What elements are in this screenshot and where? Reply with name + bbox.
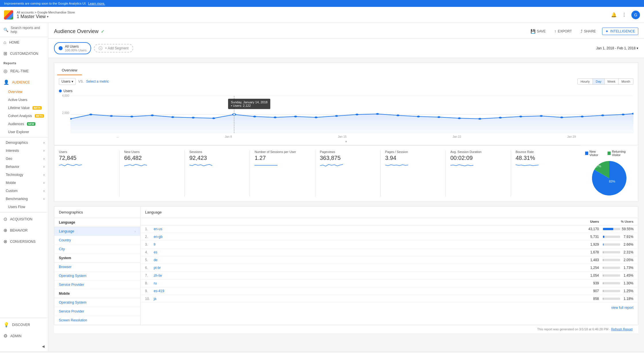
sidebar-collapse-mobile[interactable]: Mobile › [0,179,48,187]
pct-bar-9 [603,290,603,292]
sidebar-toggle-button[interactable]: ◀ [0,342,48,351]
save-button[interactable]: 💾 SAVE [528,28,548,35]
metrics-row: Users 72,845 New Users 66,482 Sessions 9… [54,145,581,201]
date-range-picker[interactable]: Jan 1, 2018 - Feb 1, 2018 ▾ [596,46,638,50]
sidebar-sub-lifetime-value[interactable]: Lifetime Value BETA [0,104,48,112]
svg-point-11 [253,116,256,117]
sidebar-sub-cohort[interactable]: Cohort Analysis BETA [0,112,48,120]
sidebar-collapse-technology[interactable]: Technology › [0,171,48,179]
demo-item-mobile-service[interactable]: Service Provider [54,307,140,316]
notification-icon[interactable]: 🔔 [611,12,617,18]
svg-point-18 [396,115,400,116]
time-btn-hourly[interactable]: Hourly [578,79,593,84]
sidebar-divider-1 [0,137,48,137]
sidebar-item-behavior[interactable]: ⊕ BEHAVIOR [0,225,48,236]
metric-select[interactable]: Users ▾ [59,78,76,85]
metric-sessions-per-user: Number of Sessions per User 1.27 [250,150,315,197]
svg-point-3 [89,114,92,115]
pct-bar-6 [603,267,603,269]
content-header: Audience Overview ✓ 💾 SAVE ↑ EXPORT ⤴ SH… [48,23,644,39]
app-header: All accounts > Google Merchandise Store … [0,7,644,23]
svg-point-5 [130,116,133,117]
acquisition-icon: ⊙ [3,216,7,222]
user-avatar[interactable]: G [631,11,640,19]
view-selector[interactable]: 1 Master View ▾ [17,14,611,19]
svg-point-29 [622,114,625,115]
sidebar-collapse-geo[interactable]: Geo › [0,155,48,163]
search-icon: 🔍 [3,28,8,32]
view-full-report-link[interactable]: view full report [140,303,638,313]
sidebar-collapse-interests[interactable]: Interests › [0,147,48,155]
sidebar-item-discover[interactable]: 💡 DISCOVER [0,319,48,330]
x-label-jan22: Jan 22 [452,135,461,138]
svg-point-25 [540,115,543,117]
sidebar-item-home[interactable]: ⌂ HOME [0,37,48,48]
sidebar-item-admin[interactable]: ⚙ ADMIN [0,330,48,342]
sidebar-item-audience[interactable]: 👤 AUDIENCE [0,77,48,88]
share-button[interactable]: ⤴ SHARE [578,28,598,35]
sidebar-sub-overview[interactable]: Overview [0,88,48,96]
table-row: 8. ru 939 1.30% [140,280,638,287]
announcement-link[interactable]: Learn more. [88,2,105,5]
add-segment-button[interactable]: + + Add Segment [94,44,133,53]
x-label-1: ... [117,135,119,138]
demo-item-language[interactable]: Language › [54,227,140,236]
header-icons: 🔔 ⋮ G [611,11,640,19]
sidebar-collapse-benchmarking[interactable]: Benchmarking › [0,195,48,203]
conversions-icon: ⊗ [3,239,7,244]
metric-pageviews: Pageviews 363,875 [315,150,381,197]
svg-point-17 [376,113,379,115]
export-button[interactable]: ↑ EXPORT [552,28,574,35]
demo-item-os[interactable]: Operating System [54,271,140,280]
sidebar-item-customization[interactable]: ⊞ CUSTOMIZATION [0,48,48,59]
select-metric-link[interactable]: Select a metric [86,79,109,84]
sidebar-collapse-behavior[interactable]: Behavior › [0,163,48,171]
sidebar-item-conversions[interactable]: ⊗ CONVERSIONS [0,236,48,247]
table-row: 9. es-419 907 1.25% [140,287,638,295]
demographics-title: Demographics [54,207,140,218]
sidebar-sub-user-explorer[interactable]: User Explorer [0,128,48,136]
refresh-report-link[interactable]: Refresh Report [611,327,633,331]
search-button[interactable]: 🔍 Search reports and help [0,23,48,37]
time-btn-month[interactable]: Month [618,79,633,84]
x-label-jan15: Jan 15 [338,135,346,138]
sidebar-collapse-demographics[interactable]: Demographics › [0,139,48,147]
x-label-jan8: Jan 8 [225,135,232,138]
time-btn-week[interactable]: Week [605,79,619,84]
beta-badge-lifetime: BETA [32,106,42,110]
demo-item-service-provider[interactable]: Service Provider [54,280,140,289]
chart-x-labels: ... Jan 8 Jan 15 Jan 22 Jan 29 [59,134,633,139]
discover-icon: 💡 [3,322,9,327]
overview-tab[interactable]: Overview [57,66,82,75]
realtime-icon: ◎ [3,68,7,74]
segment-dot [59,46,63,50]
pct-bar-2 [603,236,604,238]
intelligence-button[interactable]: ✦ INTELLIGENCE [602,28,638,35]
time-btn-day[interactable]: Day [593,79,605,84]
demo-item-browser[interactable]: Browser [54,263,140,271]
metric-new-users: New Users 66,482 [119,150,185,197]
table-row: 4. es 1,678 2.31% [140,249,638,256]
pct-bar-4 [603,251,603,253]
demo-item-country[interactable]: Country [54,236,140,245]
more-options-icon[interactable]: ⋮ [621,12,627,18]
demographics-panel: Demographics Language Language › Country… [54,207,140,325]
svg-point-7 [171,116,174,118]
sparkline-br [516,162,539,168]
demo-item-mobile-os[interactable]: Operating System [54,298,140,307]
sidebar-sub-audiences[interactable]: Audiences NEW [0,120,48,128]
metric-chevron-icon: ▾ [72,79,73,84]
main-actions: 💾 SAVE ↑ EXPORT ⤴ SHARE ✦ INTELLIGENCE [528,28,638,35]
sidebar-collapse-custom[interactable]: Custom › [0,187,48,195]
vs-text: VS. [78,79,84,84]
sidebar-sub-active-users[interactable]: Active Users [0,96,48,104]
svg-point-12 [273,117,277,118]
demo-item-city[interactable]: City [54,245,140,254]
sparkline-users [59,162,82,168]
chevron-right-icon-7: › [43,189,45,193]
demo-item-screen-resolution[interactable]: Screen Resolution [54,316,140,325]
sidebar-sub-users-flow[interactable]: Users Flow [0,203,48,211]
all-users-segment[interactable]: All Users 100.00% Users [54,42,91,54]
sidebar-item-acquisition[interactable]: ⊙ ACQUISITION [0,214,48,225]
sidebar-item-realtime[interactable]: ◎ REAL-TIME [0,65,48,77]
